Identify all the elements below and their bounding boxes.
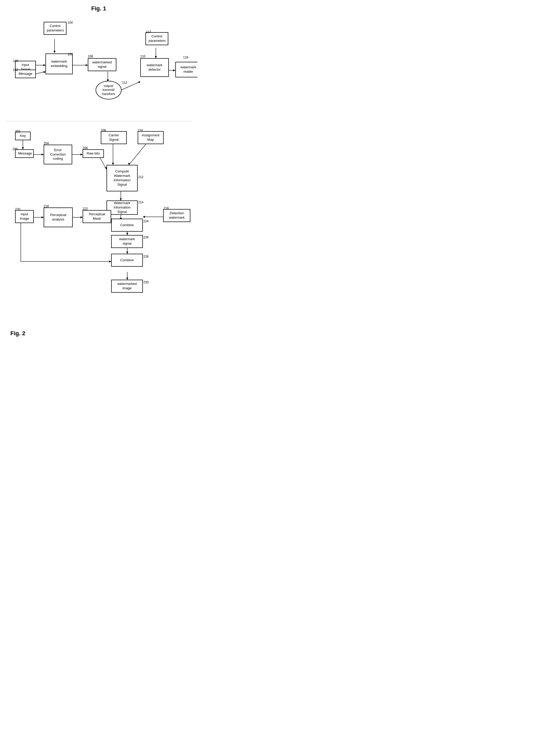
svg-marker-37 [80, 216, 82, 219]
carrier-signal-box: Carrier Signal [101, 131, 127, 144]
svg-marker-5 [43, 71, 45, 73]
ref-112: 112 [122, 81, 127, 84]
perceptual-mask-box: Perceptual Mask [82, 210, 111, 223]
svg-marker-7 [86, 64, 88, 66]
ref-214: 214 [138, 201, 144, 204]
raw-bits-box: Raw bits [82, 149, 104, 158]
output-transmit-box: output/ transmit/ transform [95, 81, 121, 99]
perceptual-analysis-box: Perceptual analysis [44, 208, 73, 227]
control-params-right: Control parameters [146, 32, 168, 45]
ref-230: 230 [144, 281, 149, 284]
svg-marker-3 [43, 64, 45, 66]
fig1-diagram: Control parameters 104 watermark embeddi… [5, 15, 192, 113]
assignment-map-box: Assignment Map [137, 131, 164, 144]
watermark-signal-box: watermark signal [111, 235, 143, 248]
fig2-title: Fig. 2 [10, 330, 25, 337]
detection-watermark-box: Detection watermark [163, 209, 190, 222]
ref-220: 220 [15, 208, 20, 211]
svg-marker-11 [138, 81, 140, 83]
svg-marker-35 [42, 216, 44, 219]
ref-218: 218 [44, 205, 49, 208]
ref-104: 104 [67, 21, 73, 24]
ref-210: 210 [137, 128, 143, 132]
fig2-arrows [5, 126, 192, 339]
combine1-box: Combine [111, 219, 143, 232]
fig2-message-box: Message [15, 149, 34, 158]
svg-marker-21 [80, 153, 82, 155]
svg-marker-13 [155, 56, 157, 58]
compute-watermark-box: Compute Watermark Information Signal [106, 165, 137, 192]
ref-228: 228 [144, 255, 149, 258]
ref-106: 106 [67, 52, 73, 56]
ref-202: 202 [15, 129, 20, 133]
input-image-box: Input Image [15, 210, 34, 223]
svg-marker-31 [143, 216, 145, 218]
ref-206: 206 [82, 146, 88, 150]
ref-200: 200 [12, 147, 18, 151]
ref-102: 102 [13, 68, 18, 72]
svg-marker-25 [128, 163, 130, 165]
ref-226: 226 [144, 236, 149, 239]
ref-212: 212 [138, 175, 144, 179]
watermark-reader-box: watermark reader [175, 62, 198, 77]
page: Fig. 1 [5, 5, 192, 339]
svg-marker-46 [109, 261, 111, 263]
watermark-embedding-box: watermark embedding [45, 53, 73, 74]
ref-116: 116 [183, 56, 188, 59]
svg-marker-29 [120, 199, 122, 201]
watermark-info-signal-box: Watermark Information Signal [106, 201, 137, 215]
svg-line-4 [36, 72, 45, 74]
fig1-title: Fig. 1 [5, 5, 192, 12]
svg-marker-23 [112, 163, 114, 165]
watermarked-image-box: watermarked image [111, 280, 143, 293]
error-correction-box: Error Correction coding [44, 145, 72, 164]
ref-110: 110 [140, 54, 146, 58]
ref-108: 108 [88, 54, 93, 58]
svg-marker-27 [105, 167, 106, 169]
svg-marker-43 [126, 252, 128, 254]
combine2-box: Combine [111, 254, 143, 267]
watermarked-signal-box: watermarked signal [88, 58, 116, 71]
ref-222: 222 [82, 207, 88, 211]
svg-marker-17 [22, 147, 24, 149]
ref-216: 216 [164, 207, 169, 210]
ref-224: 224 [144, 220, 149, 223]
svg-marker-41 [126, 233, 128, 235]
ref-208: 208 [101, 128, 106, 132]
ref-100: 100 [13, 59, 18, 63]
ref-114: 114 [146, 30, 151, 34]
watermark-detector-box: watermark detector [140, 58, 169, 77]
fig2-diagram: Key 202 Message 200 Error Correction cod… [5, 126, 192, 339]
svg-marker-19 [42, 153, 44, 155]
svg-marker-48 [126, 278, 128, 280]
control-params-top: Control parameters [44, 22, 66, 35]
svg-marker-15 [173, 69, 175, 71]
ref-204: 204 [44, 141, 49, 145]
svg-marker-1 [53, 51, 56, 53]
